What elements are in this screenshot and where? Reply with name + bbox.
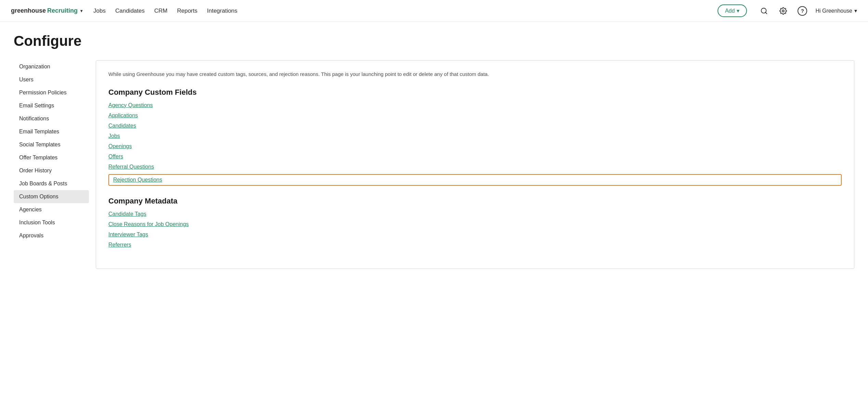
nav-reports[interactable]: Reports <box>177 8 198 14</box>
search-icon <box>760 7 768 15</box>
sidebar-item-job-boards-posts[interactable]: Job Boards & Posts <box>14 177 89 190</box>
page-container: Configure Organization Users Permission … <box>0 22 868 280</box>
brand-chevron-icon: ▾ <box>80 9 82 13</box>
user-chevron-icon: ▾ <box>854 8 857 14</box>
sidebar-item-approvals[interactable]: Approvals <box>14 229 89 242</box>
sidebar-item-permission-policies[interactable]: Permission Policies <box>14 86 89 99</box>
gear-icon <box>779 7 787 15</box>
sidebar-item-notifications[interactable]: Notifications <box>14 112 89 125</box>
sidebar-item-custom-options[interactable]: Custom Options <box>14 190 89 203</box>
sidebar-item-organization[interactable]: Organization <box>14 60 89 73</box>
nav-integrations[interactable]: Integrations <box>207 8 237 14</box>
svg-line-1 <box>766 12 767 14</box>
link-agency-questions[interactable]: Agency Questions <box>108 102 842 108</box>
add-button[interactable]: Add ▾ <box>718 4 747 17</box>
top-navigation: greenhouseRecruiting ▾ Jobs Candidates C… <box>0 0 868 22</box>
user-menu[interactable]: Hi Greenhouse ▾ <box>815 8 857 14</box>
link-openings[interactable]: Openings <box>108 143 842 149</box>
sidebar-item-inclusion-tools[interactable]: Inclusion Tools <box>14 216 89 229</box>
link-candidate-tags[interactable]: Candidate Tags <box>108 211 842 217</box>
add-chevron-icon: ▾ <box>737 8 739 14</box>
link-candidates[interactable]: Candidates <box>108 123 842 129</box>
main-content: While using Greenhouse you may have crea… <box>96 60 854 269</box>
link-rejection-questions[interactable]: Rejection Questions <box>108 174 842 186</box>
link-referral-questions[interactable]: Referral Questions <box>108 164 842 170</box>
link-offers[interactable]: Offers <box>108 154 842 160</box>
nav-right-actions: ? Hi Greenhouse ▾ <box>758 5 857 17</box>
sidebar-item-agencies[interactable]: Agencies <box>14 203 89 216</box>
nav-links: Jobs Candidates CRM Reports Integrations <box>93 8 707 14</box>
settings-button[interactable] <box>777 5 789 17</box>
sidebar-item-users[interactable]: Users <box>14 73 89 86</box>
link-applications[interactable]: Applications <box>108 113 842 119</box>
sidebar-item-social-templates[interactable]: Social Templates <box>14 138 89 151</box>
nav-crm[interactable]: CRM <box>154 8 168 14</box>
link-jobs[interactable]: Jobs <box>108 133 842 139</box>
brand-highlight: Recruiting <box>47 7 78 14</box>
link-close-reasons[interactable]: Close Reasons for Job Openings <box>108 221 842 227</box>
link-referrers[interactable]: Referrers <box>108 242 842 248</box>
question-icon: ? <box>798 6 807 16</box>
nav-jobs[interactable]: Jobs <box>93 8 106 14</box>
help-button[interactable]: ? <box>796 5 808 17</box>
search-button[interactable] <box>758 5 770 17</box>
company-metadata-links: Candidate Tags Close Reasons for Job Ope… <box>108 211 842 248</box>
nav-candidates[interactable]: Candidates <box>115 8 145 14</box>
svg-point-2 <box>782 10 785 12</box>
company-custom-fields-links: Agency Questions Applications Candidates… <box>108 102 842 186</box>
sidebar-item-order-history[interactable]: Order History <box>14 164 89 177</box>
sidebar: Organization Users Permission Policies E… <box>14 60 96 269</box>
intro-text: While using Greenhouse you may have crea… <box>108 70 842 78</box>
company-custom-fields-title: Company Custom Fields <box>108 88 842 97</box>
sidebar-item-email-templates[interactable]: Email Templates <box>14 125 89 138</box>
company-metadata-title: Company Metadata <box>108 197 842 206</box>
brand-logo[interactable]: greenhouseRecruiting ▾ <box>11 7 82 14</box>
page-title: Configure <box>14 33 854 49</box>
content-layout: Organization Users Permission Policies E… <box>14 60 854 269</box>
sidebar-item-email-settings[interactable]: Email Settings <box>14 99 89 112</box>
link-interviewer-tags[interactable]: Interviewer Tags <box>108 232 842 238</box>
brand-text: greenhouse <box>11 7 46 14</box>
sidebar-item-offer-templates[interactable]: Offer Templates <box>14 151 89 164</box>
